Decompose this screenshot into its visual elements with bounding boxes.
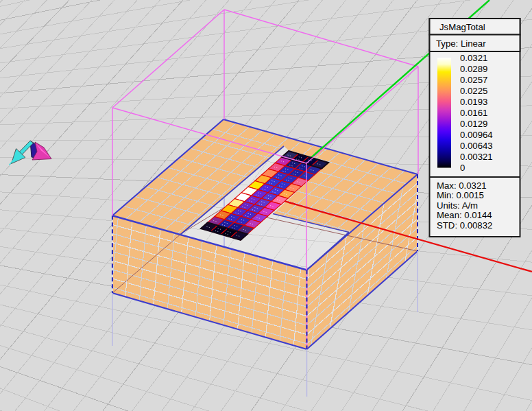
svg-text:0.0257: 0.0257 <box>460 75 487 85</box>
svg-text:Units: A/m: Units: A/m <box>437 200 478 211</box>
svg-text:Max: 0.0321: Max: 0.0321 <box>437 180 487 191</box>
svg-text:0: 0 <box>460 163 465 173</box>
svg-text:0.0161: 0.0161 <box>460 108 487 118</box>
svg-text:0.00643: 0.00643 <box>460 141 493 151</box>
svg-text:0.0225: 0.0225 <box>460 86 487 96</box>
svg-text:Min: 0.0015: Min: 0.0015 <box>437 190 484 200</box>
svg-text:0.0321: 0.0321 <box>460 53 487 63</box>
svg-text:0.0129: 0.0129 <box>460 119 487 129</box>
svg-text:Mean: 0.0144: Mean: 0.0144 <box>437 210 492 220</box>
svg-text:Type: Linear: Type: Linear <box>436 38 486 49</box>
svg-text:0.00964: 0.00964 <box>460 130 493 140</box>
svg-text:JsMagTotal: JsMagTotal <box>439 22 485 32</box>
svg-text:0.00321: 0.00321 <box>460 152 493 162</box>
svg-text:STD: 0.00832: STD: 0.00832 <box>437 220 492 231</box>
svg-text:0.0289: 0.0289 <box>460 64 487 74</box>
svg-text:0.0193: 0.0193 <box>460 97 487 107</box>
